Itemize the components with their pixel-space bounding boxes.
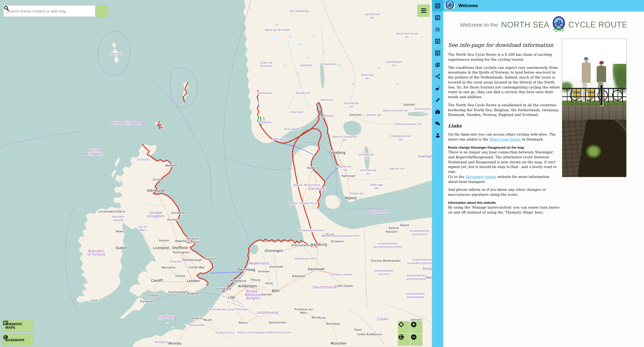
toolbar-item-links-panel[interactable] bbox=[432, 35, 443, 47]
toolbar-item-comments[interactable] bbox=[432, 118, 443, 130]
map-label: Durham bbox=[167, 218, 179, 221]
map-label: UnitedKingdom bbox=[147, 211, 164, 218]
search-input[interactable] bbox=[3, 5, 95, 17]
photo-cyclist-2 bbox=[597, 66, 606, 82]
map-label: Aalborg bbox=[307, 166, 318, 170]
map-label: Hordaland bbox=[257, 91, 273, 95]
toolbar-item-toolbox[interactable] bbox=[432, 106, 443, 118]
map-label: England bbox=[170, 260, 182, 263]
paragraph: Information about this websiteBy using t… bbox=[448, 200, 560, 215]
basemaps-button[interactable]: BASEMAPS bbox=[3, 334, 33, 346]
map-label: Koszalin bbox=[386, 230, 398, 233]
map-label: Rouen bbox=[203, 318, 212, 322]
toolbar-item-welcome-panel[interactable] bbox=[432, 0, 443, 12]
map-label: Aberdeen bbox=[165, 164, 179, 167]
toolbar-item-user[interactable] bbox=[432, 130, 443, 141]
map-label: Sverige bbox=[418, 154, 432, 158]
map-label: Deutschland bbox=[313, 285, 337, 289]
map-canvas[interactable]: FøroyarSør-TrøndelagMøre og RomsdalJämtl… bbox=[0, 0, 432, 347]
panel-header: Welcome bbox=[443, 0, 644, 12]
page-title: Welcome to the NORTH SEA CYCLE ROUTE bbox=[443, 14, 644, 36]
ferry-line-2 bbox=[325, 167, 340, 182]
map-label: Cambridge bbox=[189, 266, 205, 269]
photo-grass-tuft bbox=[585, 144, 602, 159]
thematic-maps-button[interactable]: THEMATIC MAPS bbox=[3, 320, 33, 332]
thematic-maps-label: THEMATIC MAPS bbox=[5, 322, 30, 329]
map-label: Guernsey bbox=[156, 315, 175, 319]
paragraph: The conditions that cyclists can expect … bbox=[448, 65, 560, 100]
share-icon bbox=[435, 74, 440, 79]
paragraph-heading: Information about this website bbox=[448, 200, 560, 205]
map-label: Lille bbox=[228, 295, 235, 299]
map-label: Southampton bbox=[168, 290, 187, 294]
map-label: Cardiff bbox=[151, 278, 163, 283]
map-label: Nottingham bbox=[173, 251, 190, 254]
list-icon bbox=[435, 27, 440, 32]
paragraph-heading: Route change Stavanger-Haugesund on the … bbox=[448, 145, 560, 150]
maritime-boundary-2 bbox=[225, 157, 293, 170]
map-label: Venlo bbox=[265, 282, 273, 285]
locate-button[interactable] bbox=[398, 321, 410, 333]
toolbar-item-tag[interactable] bbox=[432, 82, 443, 94]
zoom-in-button[interactable] bbox=[410, 321, 422, 333]
side-toolbar bbox=[432, 0, 443, 347]
map-label: Cork bbox=[91, 299, 97, 302]
map-label: Middelburg bbox=[230, 279, 246, 283]
toolbar-item-copy-pages[interactable] bbox=[432, 59, 443, 71]
map-label: Tilburg bbox=[250, 278, 260, 282]
map-label: Antwerpen bbox=[238, 284, 257, 288]
map-label: Schwerin bbox=[331, 240, 344, 243]
map-label: Hedmark bbox=[324, 63, 337, 66]
briefcase-icon bbox=[435, 109, 440, 115]
map-label: Sogn ogFjordane bbox=[260, 61, 273, 68]
link-stavanger-region[interactable]: Stavanger region bbox=[465, 175, 496, 179]
map-label: London bbox=[187, 279, 200, 283]
map-label: Plymouth bbox=[140, 300, 154, 303]
map-label: Bielefeld bbox=[292, 275, 305, 278]
map-label: Danmark bbox=[308, 187, 326, 191]
menu-icon bbox=[421, 8, 426, 9]
map-label: Normandie bbox=[188, 323, 205, 327]
zoom-out-button[interactable] bbox=[410, 334, 422, 346]
search-button[interactable] bbox=[96, 5, 108, 17]
comments-icon bbox=[435, 121, 440, 126]
map-label: Würzburg bbox=[311, 316, 325, 319]
globe-icon bbox=[3, 334, 8, 340]
pencil-icon bbox=[435, 97, 440, 103]
map-label: Česko bbox=[377, 317, 388, 321]
globe-view-button[interactable] bbox=[398, 334, 410, 346]
toolbar-item-legend-list[interactable] bbox=[432, 24, 443, 35]
map-label: Schleswig-Holstein bbox=[298, 229, 325, 232]
map-label: Kalmar län bbox=[389, 167, 405, 170]
folded-map-icon bbox=[3, 320, 9, 326]
link-west-coast-route[interactable]: West Coast Route bbox=[489, 137, 521, 141]
map-label: Brighton bbox=[187, 292, 199, 295]
map-label: Niedersachsen bbox=[295, 257, 316, 260]
map-label: Hamburg bbox=[311, 242, 327, 247]
toolbar-item-info-panel[interactable] bbox=[432, 12, 443, 24]
search-bar bbox=[3, 5, 108, 17]
plus-icon bbox=[411, 321, 417, 328]
toolbar-item-download-panel[interactable] bbox=[432, 47, 443, 59]
map-label: Rennes bbox=[168, 341, 181, 345]
title-north-sea: NORTH SEA bbox=[501, 20, 549, 30]
map-label: Preston bbox=[159, 239, 169, 242]
map-label: Nederland bbox=[249, 261, 269, 265]
map-label: Føroyar bbox=[110, 52, 121, 55]
map-label: Dublin bbox=[116, 246, 127, 250]
map-label: Reims bbox=[239, 321, 248, 324]
map-label: Uppsala bbox=[403, 103, 415, 106]
map-label: Île-de-France bbox=[215, 331, 234, 334]
menu-button[interactable] bbox=[417, 4, 430, 17]
toolbar-item-share[interactable] bbox=[432, 71, 443, 82]
map-label: Sheffield bbox=[172, 246, 187, 250]
search-icon bbox=[3, 5, 9, 11]
form-icon bbox=[435, 38, 440, 44]
paragraph: The North Sea Cycle Route is established… bbox=[448, 103, 560, 117]
map-label: Vest-Agder bbox=[272, 137, 289, 141]
map-label: Nord-Pas-de-Calais-Picardie bbox=[208, 308, 248, 311]
map-label: NorthernIreland bbox=[112, 215, 125, 222]
section-heading: See info-page for download information bbox=[448, 42, 560, 48]
welcome-panel: Welcome Welcome to the NORTH SEA CYCLE R… bbox=[443, 0, 644, 347]
toolbar-item-draw[interactable] bbox=[432, 94, 443, 106]
